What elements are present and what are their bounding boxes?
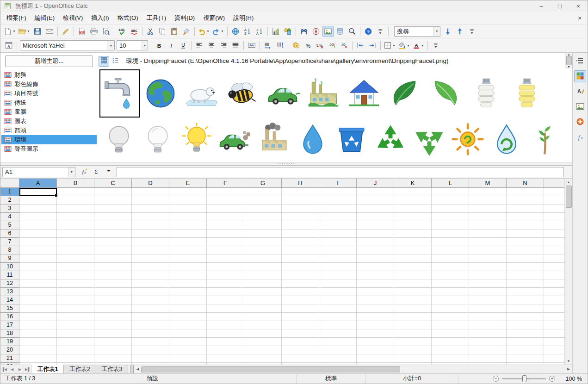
- cell-B1[interactable]: [57, 188, 94, 196]
- cell-K8[interactable]: [394, 246, 432, 254]
- align-justify-button[interactable]: [230, 40, 241, 51]
- cell-M2[interactable]: [469, 196, 507, 204]
- cell-L17[interactable]: [432, 321, 469, 329]
- zoom-percentage[interactable]: 100 %: [559, 376, 588, 382]
- cell-K13[interactable]: [394, 288, 432, 296]
- help-button[interactable]: ?: [363, 26, 374, 37]
- chevron-down-icon[interactable]: ▾: [406, 43, 410, 48]
- function-wizard-button[interactable]: fx: [78, 167, 89, 178]
- gallery-theme-charts[interactable]: 圖表: [1, 117, 97, 126]
- chevron-down-icon[interactable]: ▾: [12, 29, 16, 33]
- sidebar-styles-button[interactable]: A: [574, 86, 586, 98]
- cell-E10[interactable]: [169, 263, 207, 271]
- cell-K20[interactable]: [394, 346, 432, 354]
- cell-F18[interactable]: [207, 329, 244, 338]
- cell-H15[interactable]: [282, 304, 319, 313]
- cell-H9[interactable]: [282, 254, 319, 263]
- cell-A5[interactable]: [19, 221, 57, 229]
- cell-J11[interactable]: [357, 271, 394, 279]
- redo-button[interactable]: ▾: [211, 26, 225, 37]
- row-header-2[interactable]: 2: [0, 196, 19, 204]
- cell-J7[interactable]: [357, 238, 394, 246]
- cell-K19[interactable]: [394, 338, 432, 346]
- cell-A17[interactable]: [19, 321, 57, 329]
- align-center-button[interactable]: [206, 40, 217, 51]
- scrollbar-thumb[interactable]: [141, 366, 400, 372]
- toolbar-overflow-button[interactable]: [375, 26, 386, 37]
- gallery-image-leaf-dark[interactable]: [384, 69, 425, 118]
- gallery-image-recycle-symbol[interactable]: [371, 118, 410, 161]
- cell-N14[interactable]: [507, 296, 544, 304]
- cell-C9[interactable]: [94, 254, 132, 263]
- column-header-E[interactable]: E: [169, 179, 207, 188]
- copy-button[interactable]: [157, 26, 168, 37]
- cell-partial[interactable]: [544, 196, 564, 204]
- gallery-button[interactable]: [322, 26, 334, 37]
- cell-N20[interactable]: [507, 346, 544, 354]
- cell-M4[interactable]: [469, 213, 507, 221]
- cell-E2[interactable]: [169, 196, 207, 204]
- undo-button[interactable]: ▾: [197, 26, 210, 37]
- cell-A19[interactable]: [19, 338, 57, 346]
- format-percent-button[interactable]: %: [303, 40, 314, 51]
- cell-M3[interactable]: [469, 204, 507, 213]
- cell-J4[interactable]: [357, 213, 394, 221]
- cell-H18[interactable]: [282, 329, 319, 338]
- column-header-A[interactable]: A: [19, 179, 57, 188]
- cell-M8[interactable]: [469, 246, 507, 254]
- cell-N7[interactable]: [507, 238, 544, 246]
- cell-I2[interactable]: [319, 196, 357, 204]
- cell-H11[interactable]: [282, 271, 319, 279]
- cell-G18[interactable]: [244, 329, 282, 338]
- scrollbar-thumb[interactable]: [566, 186, 572, 208]
- cell-G6[interactable]: [244, 229, 282, 238]
- cell-N12[interactable]: [507, 279, 544, 288]
- export-pdf-button[interactable]: PDF: [76, 26, 87, 37]
- cell-N18[interactable]: [507, 329, 544, 338]
- cell-C10[interactable]: [94, 263, 132, 271]
- cell-partial[interactable]: [544, 313, 564, 321]
- cell-C12[interactable]: [94, 279, 132, 288]
- cell-M14[interactable]: [469, 296, 507, 304]
- cut-button[interactable]: [145, 26, 156, 37]
- cell-N6[interactable]: [507, 229, 544, 238]
- cell-L12[interactable]: [432, 279, 469, 288]
- gallery-theme-arrows[interactable]: 箭頭: [1, 126, 97, 135]
- gallery-image-earth[interactable]: [140, 69, 181, 118]
- row-header-9[interactable]: 9: [0, 254, 19, 263]
- cell-I10[interactable]: [319, 263, 357, 271]
- sidebar-functions-button[interactable]: fx: [574, 131, 586, 143]
- cell-C19[interactable]: [94, 338, 132, 346]
- sum-status[interactable]: 小計=0: [366, 374, 458, 384]
- name-box[interactable]: ▾: [2, 167, 75, 177]
- gallery-image-bee[interactable]: [222, 69, 262, 118]
- cell-I12[interactable]: [319, 279, 357, 288]
- cell-partial[interactable]: [544, 188, 564, 196]
- bold-button[interactable]: B: [154, 40, 165, 51]
- row-header-5[interactable]: 5: [0, 221, 19, 229]
- cell-E13[interactable]: [169, 288, 207, 296]
- format-paintbrush-button[interactable]: [181, 26, 192, 37]
- email-button[interactable]: [44, 26, 55, 37]
- cell-I18[interactable]: [319, 329, 357, 338]
- gallery-theme-sounds[interactable]: 聲音圖示: [1, 144, 97, 154]
- scrollbar-thumb[interactable]: [566, 56, 572, 65]
- cell-G21[interactable]: [244, 354, 282, 363]
- search-input[interactable]: [395, 27, 433, 36]
- cell-F19[interactable]: [207, 338, 244, 346]
- tab-splitter[interactable]: [130, 365, 134, 373]
- cell-H7[interactable]: [282, 238, 319, 246]
- cell-E1[interactable]: [169, 188, 207, 196]
- icon-view-button[interactable]: [99, 56, 109, 67]
- gallery-image-bulb-lit[interactable]: [177, 118, 216, 161]
- row-header-7[interactable]: 7: [0, 238, 19, 246]
- font-color-button[interactable]: A▾: [412, 40, 425, 51]
- cell-G13[interactable]: [244, 288, 282, 296]
- cell-F8[interactable]: [207, 246, 244, 254]
- cell-partial[interactable]: [544, 229, 564, 238]
- sheet-tab-工作表3[interactable]: 工作表3: [96, 365, 128, 373]
- cell-F15[interactable]: [207, 304, 244, 313]
- cell-A7[interactable]: [19, 238, 57, 246]
- cell-L14[interactable]: [432, 296, 469, 304]
- row-header-8[interactable]: 8: [0, 246, 19, 254]
